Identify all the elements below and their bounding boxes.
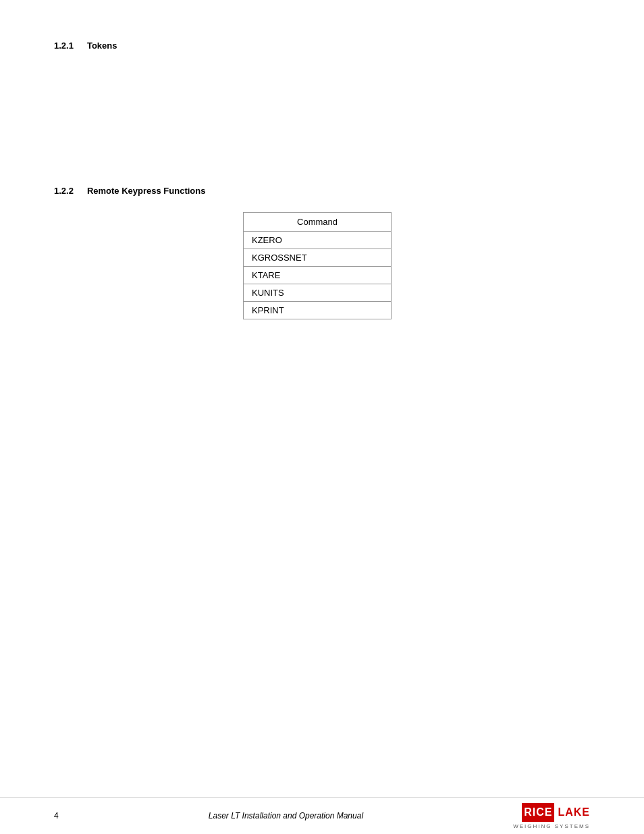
- table-cell-ktare: KTARE: [244, 267, 392, 284]
- rice-lake-logo: RICE LAKE: [522, 803, 590, 822]
- logo-red-box: RICE: [522, 803, 554, 822]
- section-1-2-2: 1.2.2 Remote Keypress Functions Command …: [54, 186, 590, 319]
- table-cell-kzero: KZERO: [244, 232, 392, 249]
- section-1-2-1: 1.2.1 Tokens: [54, 41, 590, 51]
- footer-logo: RICE LAKE WEIGHING SYSTEMS: [513, 803, 590, 829]
- table-row: KTARE: [244, 267, 392, 284]
- table-header-command: Command: [244, 213, 392, 232]
- table-row: KGROSSNET: [244, 249, 392, 267]
- table-cell-kprint: KPRINT: [244, 302, 392, 319]
- page-content: 1.2.1 Tokens 1.2.2 Remote Keypress Funct…: [0, 0, 644, 797]
- table-row: KUNITS: [244, 284, 392, 302]
- footer-page-number: 4: [54, 811, 59, 820]
- table-cell-kunits: KUNITS: [244, 284, 392, 302]
- section-title-1-2-2: Remote Keypress Functions: [87, 186, 206, 196]
- page-footer: 4 Laser LT Installation and Operation Ma…: [0, 797, 644, 834]
- command-table: Command KZERO KGROSSNET KTARE KUNITS: [243, 212, 392, 319]
- section-heading-1-2-2: 1.2.2 Remote Keypress Functions: [54, 186, 590, 196]
- footer-manual-title: Laser LT Installation and Operation Manu…: [209, 811, 363, 820]
- table-cell-kgrossnet: KGROSSNET: [244, 249, 392, 267]
- logo-weighing-systems: WEIGHING SYSTEMS: [513, 823, 590, 829]
- section-number-1-2-1: 1.2.1: [54, 41, 74, 51]
- table-row: KZERO: [244, 232, 392, 249]
- section-number-1-2-2: 1.2.2: [54, 186, 74, 196]
- logo-rice-text: RICE: [524, 807, 552, 818]
- command-table-container: Command KZERO KGROSSNET KTARE KUNITS: [243, 212, 590, 319]
- logo-lake-text: LAKE: [558, 807, 590, 818]
- section-title-1-2-1: Tokens: [87, 41, 117, 51]
- section-heading-1-2-1: 1.2.1 Tokens: [54, 41, 590, 51]
- table-row: KPRINT: [244, 302, 392, 319]
